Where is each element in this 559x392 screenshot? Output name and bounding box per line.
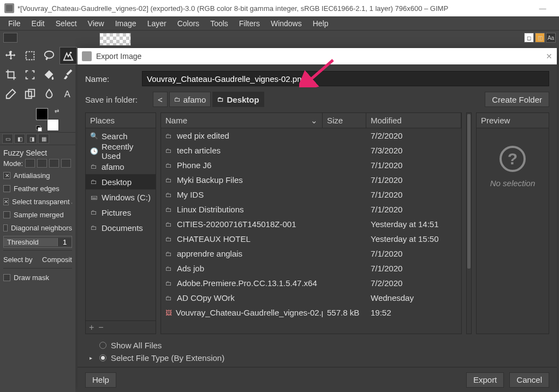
fg-bg-colors[interactable]: ⇄	[36, 108, 59, 131]
menu-filters[interactable]: Filters	[234, 17, 265, 29]
transform-tool[interactable]	[21, 66, 39, 84]
mode-add-icon[interactable]	[37, 159, 47, 168]
bucket-tool[interactable]	[40, 66, 58, 84]
option-checkbox[interactable]: ✕	[3, 172, 10, 179]
show-all-checkbox[interactable]	[99, 342, 106, 349]
col-name[interactable]: Name⌄	[161, 113, 323, 128]
folder-icon: 🗀	[165, 265, 173, 272]
draw-mask-checkbox[interactable]	[3, 274, 10, 281]
file-row[interactable]: 🗀CITIES-20200716T145018Z-001Yesterday at…	[161, 217, 461, 231]
option-checkbox[interactable]	[3, 211, 10, 218]
file-row[interactable]: 🗀Adobe.Premiere.Pro.CC.13.1.5.47.x647/2/…	[161, 276, 461, 290]
move-tool[interactable]	[2, 47, 20, 64]
col-size[interactable]: Size	[323, 113, 366, 128]
option-row[interactable]: Sample merged	[3, 208, 72, 221]
file-row[interactable]: 🗀wed pix edited7/2/2020	[161, 128, 461, 143]
dock-tab-3[interactable]: ◨	[26, 134, 37, 144]
add-bookmark-icon[interactable]: +	[89, 323, 94, 332]
show-all-files-row[interactable]: Show All Files	[90, 341, 545, 350]
scrollbar[interactable]	[466, 112, 472, 334]
filename-input[interactable]	[142, 71, 549, 86]
menu-image[interactable]: Image	[110, 17, 141, 29]
rect-select-tool[interactable]	[21, 47, 39, 64]
close-icon[interactable]: ✕	[546, 52, 552, 61]
fuzzy-select-tool[interactable]	[60, 47, 77, 64]
col-modified[interactable]: Modified	[366, 113, 461, 128]
help-button[interactable]: Help	[85, 372, 116, 388]
menu-help[interactable]: Help	[308, 17, 334, 29]
places-item[interactable]: 🔍Search	[86, 128, 156, 144]
scrollbar-thumb[interactable]	[467, 114, 471, 269]
places-item[interactable]: 🖴Windows (C:)	[86, 189, 156, 205]
dock-single-icon[interactable]: ◻	[524, 33, 534, 43]
clone-tool[interactable]	[21, 85, 39, 103]
menu-colors[interactable]: Colors	[173, 17, 204, 29]
option-checkbox[interactable]	[3, 185, 10, 192]
breadcrumb-desktop[interactable]: 🗀Desktop	[212, 92, 264, 107]
create-folder-button[interactable]: Create Folder	[485, 92, 549, 107]
toolbox-tab-icon[interactable]	[3, 33, 17, 43]
swap-colors-icon[interactable]: ⇄	[55, 108, 59, 114]
eraser-tool[interactable]	[2, 85, 20, 103]
lasso-tool[interactable]	[40, 47, 58, 64]
file-name: AD COpy WOrk	[177, 293, 235, 302]
file-row[interactable]: 🗀apprendre anglais7/1/2020	[161, 246, 461, 261]
smudge-tool[interactable]	[40, 85, 58, 103]
search-icon: 🔍	[90, 132, 98, 140]
crop-tool[interactable]	[2, 66, 20, 84]
cancel-button[interactable]: Cancel	[509, 372, 549, 388]
select-type-radio[interactable]	[99, 354, 106, 361]
menu-view[interactable]: View	[83, 17, 109, 29]
bg-color-swatch[interactable]	[47, 119, 59, 131]
breadcrumb-afamo[interactable]: 🗀afamo	[169, 92, 211, 107]
file-row[interactable]: 🖼Vouvray_Chateau-Gaudrelle_vignes-02.png…	[161, 305, 461, 320]
menu-edit[interactable]: Edit	[27, 17, 50, 29]
places-item[interactable]: 🗀Desktop	[86, 174, 156, 189]
option-row[interactable]: ✕Select transparent are	[3, 195, 72, 208]
menu-windows[interactable]: Windows	[266, 17, 307, 29]
places-item[interactable]: 🕓Recently Used	[86, 144, 156, 159]
remove-bookmark-icon[interactable]: −	[98, 323, 103, 332]
file-row[interactable]: 🗀My IDS7/1/2020	[161, 187, 461, 202]
file-row[interactable]: 🗀tech articles7/3/2020	[161, 143, 461, 158]
file-row[interactable]: 🗀Linux Distributions7/1/2020	[161, 202, 461, 217]
breadcrumb-back[interactable]: <	[153, 92, 168, 107]
file-row[interactable]: 🗀Ads job7/1/2020	[161, 261, 461, 276]
image-tab[interactable]	[99, 33, 131, 46]
threshold-slider[interactable]: Threshold 1	[3, 236, 72, 248]
reset-colors-icon[interactable]	[36, 126, 41, 131]
menu-file[interactable]: File	[3, 17, 26, 29]
places-item[interactable]: 🗀afamo	[86, 159, 156, 174]
dock-tab-4[interactable]: ▦	[38, 134, 49, 144]
text-tool[interactable]: A	[60, 85, 77, 103]
select-file-type-row[interactable]: ▸ Select File Type (By Extension)	[90, 353, 545, 363]
file-row[interactable]: 🗀CHATEAUX HOTELYesterday at 15:50	[161, 231, 461, 246]
option-row[interactable]: ✕Antialiasing	[3, 169, 72, 182]
menu-tools[interactable]: Tools	[205, 17, 233, 29]
menu-layer[interactable]: Layer	[142, 17, 171, 29]
places-item[interactable]: 🗀Pictures	[86, 205, 156, 220]
mode-replace-icon[interactable]	[25, 159, 35, 168]
dock-multi-icon[interactable]: ◫	[535, 33, 545, 43]
option-checkbox[interactable]	[3, 224, 8, 231]
option-row[interactable]: Diagonal neighbors	[3, 221, 72, 234]
dock-tab-1[interactable]: ▭	[2, 134, 13, 144]
dock-tab-2[interactable]: ◧	[14, 134, 25, 144]
file-row[interactable]: 🗀Myki Backup Files7/1/2020	[161, 173, 461, 187]
chevron-down-icon: ⌄	[311, 116, 318, 126]
menu-select[interactable]: Select	[51, 17, 82, 29]
option-checkbox[interactable]: ✕	[3, 198, 9, 205]
export-button[interactable]: Export	[466, 372, 504, 388]
file-name: Ads job	[177, 264, 204, 273]
paintbrush-tool[interactable]	[60, 66, 77, 84]
mode-intersect-icon[interactable]	[61, 159, 71, 168]
mode-subtract-icon[interactable]	[49, 159, 59, 168]
file-row[interactable]: 🗀Phone J67/1/2020	[161, 158, 461, 173]
places-item[interactable]: 🗀Documents	[86, 220, 156, 235]
dock-text-icon[interactable]: Aa	[546, 33, 556, 43]
file-row[interactable]: 🗀AD COpy WOrkWednesday	[161, 290, 461, 305]
option-row[interactable]: Feather edges	[3, 182, 72, 195]
minimize-button[interactable]: —	[531, 0, 555, 16]
fg-color-swatch[interactable]	[36, 108, 48, 120]
file-modified: 7/3/2020	[366, 146, 461, 155]
